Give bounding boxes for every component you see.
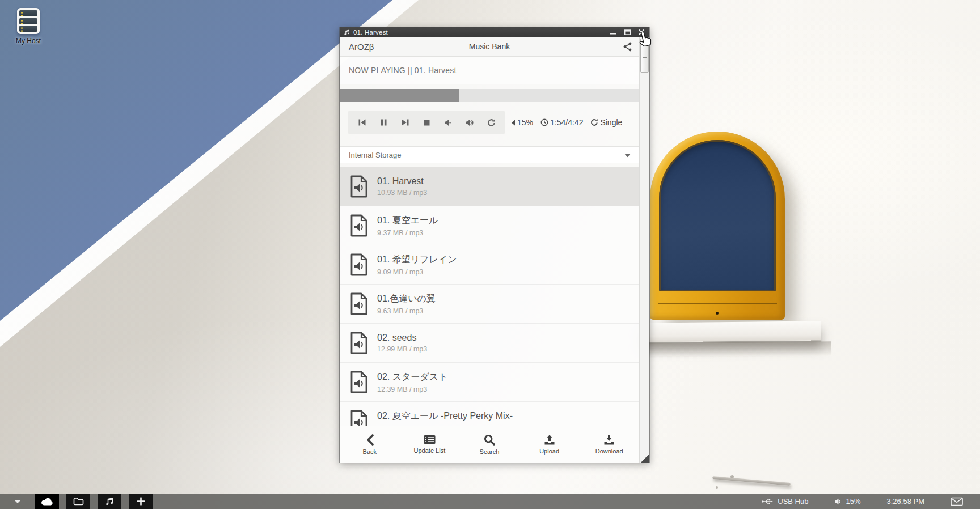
speaker-icon: [834, 498, 842, 505]
taskbar-launcher: [0, 494, 160, 509]
minimize-button[interactable]: [610, 29, 616, 36]
download-icon: [603, 435, 615, 445]
track-title: 01. Harvest: [377, 176, 427, 186]
upload-label: Upload: [539, 448, 559, 455]
track-size: 9.37 MB / mp3: [377, 229, 438, 237]
close-button[interactable]: [638, 29, 645, 36]
progress-bar[interactable]: [340, 89, 639, 102]
track-title: 01. 希望リフレイン: [377, 254, 457, 266]
volume-up-icon: [465, 119, 474, 126]
server-slat: [19, 26, 37, 32]
upload-button[interactable]: Upload: [519, 426, 580, 463]
audio-file-icon: [349, 214, 369, 237]
caret-down-icon: [14, 499, 22, 504]
volume-value: 15%: [517, 118, 533, 127]
next-icon: [401, 118, 409, 126]
track-row[interactable]: 02. seeds 12.99 MB / mp3: [340, 324, 639, 363]
time-value: 1:54/4:42: [550, 118, 583, 127]
clock-icon: [540, 118, 548, 126]
audio-file-icon: [349, 331, 369, 355]
volume-indicator-icon: [511, 120, 516, 126]
wallpaper-window-frame-line: [658, 303, 777, 304]
track-list: 01. Harvest 10.93 MB / mp3 01. 夏空エール 9.3…: [340, 167, 639, 463]
refresh-button[interactable]: [484, 115, 499, 130]
resize-grip[interactable]: [641, 454, 649, 463]
desktop-icon-my-host[interactable]: My Host: [9, 8, 48, 45]
taskbar-cloud-button[interactable]: [35, 494, 59, 509]
notifications-button[interactable]: [951, 497, 963, 506]
taskbar-add-button[interactable]: [129, 494, 153, 509]
search-button[interactable]: Search: [459, 426, 519, 463]
usb-icon: [762, 498, 774, 505]
track-size: 12.99 MB / mp3: [377, 345, 427, 353]
mail-icon: [951, 497, 963, 506]
clock-label: 3:26:58 PM: [887, 497, 925, 506]
footer-toolbar: Back Update List Search: [340, 426, 639, 463]
playback-mode[interactable]: Single: [590, 118, 622, 127]
wallpaper-window-glass: [659, 140, 776, 291]
stop-icon: [423, 119, 430, 126]
music-player-window: 01. Harvest ArOZβ: [340, 27, 649, 463]
usb-status[interactable]: USB Hub: [762, 497, 808, 506]
volume-indicator: 15%: [511, 118, 533, 127]
app-header: ArOZβ Music Bank: [340, 37, 639, 57]
download-label: Download: [595, 448, 623, 455]
wallpaper-window-dot: [716, 312, 719, 315]
volume-up-button[interactable]: [462, 115, 477, 130]
track-title: 02. seeds: [377, 333, 427, 343]
scrollbar-thumb[interactable]: [640, 39, 649, 73]
now-playing-text: NOW PLAYING || 01. Harvest: [349, 66, 457, 75]
track-row[interactable]: 01.色違いの翼 9.63 MB / mp3: [340, 285, 639, 324]
music-bank-content: ArOZβ Music Bank NOW PLAYING || 01. Harv…: [340, 37, 639, 463]
volume-status[interactable]: 15%: [834, 497, 860, 506]
stop-button[interactable]: [419, 115, 434, 130]
player-controls-row: 15% 1:54/4:42 Single: [340, 111, 639, 134]
taskbar-expand-button[interactable]: [0, 499, 35, 504]
desktop-icon-label: My Host: [9, 37, 48, 45]
track-title: 02. 夏空エール -Pretty Perky Mix-: [377, 410, 513, 422]
track-size: 9.09 MB / mp3: [377, 268, 457, 276]
taskbar-folder-button[interactable]: [66, 494, 90, 509]
storage-select[interactable]: Internal Storage: [340, 146, 639, 163]
previous-button[interactable]: [354, 115, 369, 130]
now-playing-bar: NOW PLAYING || 01. Harvest: [340, 57, 639, 84]
taskbar-music-button[interactable]: [98, 494, 121, 509]
dropdown-caret-icon: [624, 154, 631, 158]
back-button[interactable]: Back: [340, 426, 400, 463]
maximize-button[interactable]: [624, 29, 631, 36]
track-size: 12.39 MB / mp3: [377, 385, 448, 393]
volume-down-button[interactable]: [441, 115, 455, 130]
server-slat: [19, 18, 37, 24]
window-titlebar[interactable]: 01. Harvest: [340, 27, 649, 37]
storage-selected-value: Internal Storage: [349, 151, 402, 159]
track-row[interactable]: 01. 夏空エール 9.37 MB / mp3: [340, 206, 639, 245]
repeat-icon: [590, 118, 598, 126]
next-button[interactable]: [398, 115, 412, 130]
wallpaper-arched-window: [650, 132, 785, 320]
refresh-icon: [487, 118, 496, 127]
wallpaper-window-sill: [639, 321, 821, 342]
scrollbar-track[interactable]: [639, 37, 649, 463]
progress-fill: [340, 89, 459, 102]
search-icon: [484, 434, 495, 446]
track-row[interactable]: 01. 希望リフレイン 9.09 MB / mp3: [340, 245, 639, 285]
plus-icon: [137, 497, 145, 506]
previous-icon: [358, 118, 366, 126]
wallpaper-sill-shadow: [639, 341, 831, 358]
audio-file-icon: [349, 292, 369, 316]
track-row[interactable]: 02. スターダスト 12.39 MB / mp3: [340, 363, 639, 402]
update-list-button[interactable]: Update List: [400, 426, 460, 463]
track-row[interactable]: 01. Harvest 10.93 MB / mp3: [340, 167, 639, 206]
maximize-icon: [624, 29, 631, 35]
wallpaper-speck: [730, 475, 734, 478]
volume-label: 15%: [846, 497, 860, 506]
pause-button[interactable]: [376, 115, 391, 130]
server-icon: [17, 8, 40, 34]
cloud-icon: [41, 497, 53, 506]
wallpaper-speck: [716, 486, 718, 489]
share-button[interactable]: [623, 42, 632, 54]
download-button[interactable]: Download: [579, 426, 639, 463]
music-note-icon: [344, 29, 350, 36]
taskbar: USB Hub 15% 3:26:58 PM: [0, 494, 980, 509]
time-indicator: 1:54/4:42: [540, 118, 583, 127]
